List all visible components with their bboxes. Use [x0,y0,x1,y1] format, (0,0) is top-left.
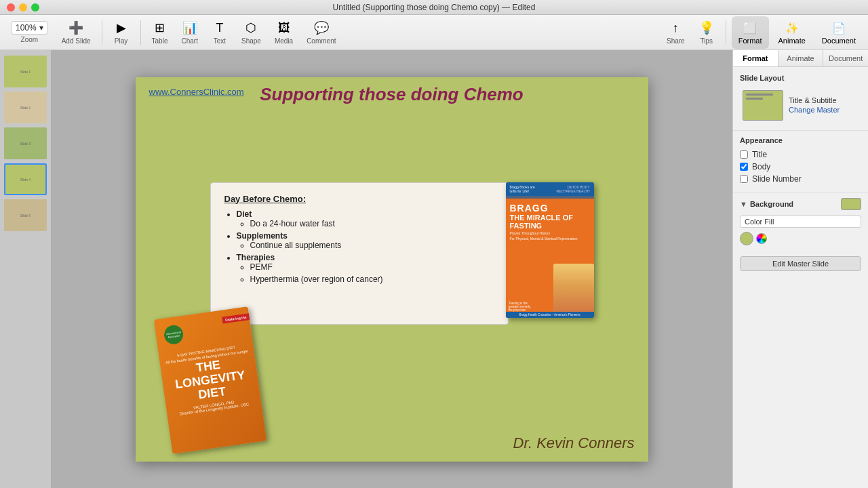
list-item: PEMF [250,262,494,272]
table-button[interactable]: ⊞ Table [146,17,174,47]
color-fill-label: Color Fill [740,216,861,228]
background-color-swatch[interactable] [841,198,861,210]
layout-option[interactable]: Title & Subtitle Change Master [740,87,861,123]
tips-icon: 💡 [698,20,715,36]
text-label: Text [214,37,226,45]
animate-tab[interactable]: ✨ Animate [772,16,812,49]
animate-label: Animate [778,37,806,45]
tips-button[interactable]: 💡 Tips [693,17,720,47]
format-tab[interactable]: ⬜ Format [732,16,769,49]
close-button[interactable] [7,3,15,12]
shape-label: Shape [241,37,261,45]
separator-3 [726,20,726,45]
color-circle-row [740,232,861,245]
list-item: Therapies PEMF Hyperthermia (over region… [237,253,494,284]
book-fasting-tagline: For Physical, Mental & Spiritual Rejuven… [510,237,590,241]
book-brand: BRAGG [510,203,590,214]
zoom-value[interactable]: 100% ▾ [11,21,48,35]
text-button[interactable]: T Text [206,17,233,47]
share-button[interactable]: ↑ Share [661,17,690,47]
format-label: Format [738,37,762,45]
book-fasting-subtitle: Proven Throughout History [510,231,590,235]
slide-layout-title: Slide Layout [740,74,861,82]
slide-layout-section: Slide Layout Title & Subtitle Change Mas… [733,67,868,130]
slide-panel: Slide 1 Slide 2 Slide 3 Slide 4 Slide 5 [0,50,51,488]
list-item: Diet Do a 24-hour water fast [237,209,494,228]
main-area: Slide 1 Slide 2 Slide 3 Slide 4 Slide 5 … [0,50,868,488]
body-checkbox-label: Body [752,162,770,171]
right-tabs: Format Animate Document [733,50,868,67]
appearance-section: Appearance Title Body Slide Number [733,130,868,192]
share-label: Share [667,37,685,45]
slide-title: Supporting those doing Chemo [136,84,648,105]
content-box[interactable]: Day Before Chemo: Diet Do a 24-hour wate… [210,182,509,325]
titlebar: Untitled (Supporting those doing Chemo c… [0,0,868,15]
book-footer: Bragg Health Crusades – America's Pionee… [506,312,594,318]
comment-button[interactable]: 💬 Comment [301,17,341,47]
window-title: Untitled (Supporting those doing Chemo c… [333,3,536,12]
tips-label: Tips [700,37,713,45]
separator [102,20,102,45]
body-checkbox-row[interactable]: Body [740,162,861,171]
book-banner: Featuring the [222,313,250,323]
shape-button[interactable]: ⬡ Shape [236,17,267,47]
document-icon: 📄 [831,20,847,37]
title-checkbox-row[interactable]: Title [740,150,861,159]
add-slide-button[interactable]: ➕ Add Slide [56,17,96,47]
slide[interactable]: www.ConnersClinic.com Supporting those d… [136,77,648,462]
toolbar-right: ↑ Share 💡 Tips ⬜ Format ✨ Animate 📄 Docu… [661,16,863,49]
document-tab-panel[interactable]: Document [823,50,868,66]
text-icon: T [212,20,228,36]
separator-2 [140,20,141,45]
zoom-control[interactable]: 100% ▾ Zoom [5,18,54,46]
table-label: Table [152,37,168,45]
slide-author: Dr. Kevin Conners [513,434,635,452]
edit-master-button[interactable]: Edit Master Slide [740,256,861,271]
slide-thumb-3[interactable]: Slide 3 [4,127,47,159]
layout-thumbnail [743,90,783,121]
color-picker-button[interactable] [756,233,767,244]
slide-number-checkbox-row[interactable]: Slide Number [740,174,861,184]
title-checkbox[interactable] [740,150,748,159]
fullscreen-button[interactable] [31,3,39,12]
comment-label: Comment [307,37,336,45]
color-swatch-button[interactable] [740,232,753,245]
zoom-label: Zoom [21,36,39,43]
slide-number-checkbox[interactable] [740,175,748,183]
media-button[interactable]: 🖼 Media [269,17,298,47]
book-badge: International Bestseller [163,324,184,346]
layout-name-label: Title & Subtitle Change Master [789,96,840,115]
slide-thumb-4[interactable]: Slide 4 [4,163,47,195]
chart-button[interactable]: 📊 Chart [176,17,203,47]
slide-thumb-1[interactable]: Slide 1 [4,56,47,87]
book-fasting-title: THE MIRACLE OF FASTING [510,214,590,230]
collapse-icon[interactable]: ▼ [740,200,747,208]
animate-tab-panel[interactable]: Animate [778,50,824,66]
appearance-title: Appearance [740,136,861,144]
shape-icon: ⬡ [243,20,259,36]
list-item: Supplements Continue all supplements [237,231,494,250]
play-button[interactable]: ▶ Play [108,17,135,47]
document-tab[interactable]: 📄 Document [815,16,863,49]
table-icon: ⊞ [152,20,168,36]
right-panel: Format Animate Document Slide Layout Tit… [732,50,868,488]
slide-thumb-5[interactable]: Slide 5 [4,199,47,231]
play-icon: ▶ [113,20,130,36]
format-tab-panel[interactable]: Format [733,50,778,66]
format-icon: ⬜ [742,20,758,37]
content-box-heading: Day Before Chemo: [224,194,494,204]
window-controls[interactable] [7,3,39,12]
body-checkbox[interactable] [740,163,748,171]
book-longevity: International Bestseller Featuring the 5… [153,306,266,454]
media-icon: 🖼 [276,20,292,36]
slide-thumb-2[interactable]: Slide 2 [4,92,47,123]
slide-number-checkbox-label: Slide Number [752,174,802,184]
document-label: Document [822,37,856,45]
share-icon: ↑ [667,20,684,36]
list-item: Do a 24-hour water fast [250,219,494,228]
canvas-area[interactable]: www.ConnersClinic.com Supporting those d… [51,50,732,488]
minimize-button[interactable] [19,3,27,12]
title-checkbox-label: Title [752,150,767,159]
add-slide-icon: ➕ [68,20,84,36]
change-master-button[interactable]: Change Master [789,104,840,115]
